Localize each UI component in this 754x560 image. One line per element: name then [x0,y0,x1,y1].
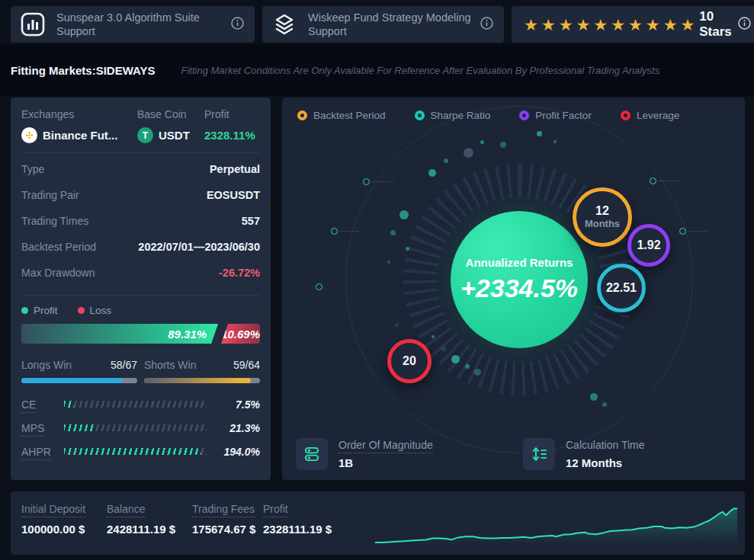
leverage-badge: 20 [387,339,432,383]
decor-node [331,228,338,235]
shorts-win-bar [144,378,260,383]
mps-fill [64,424,94,431]
trading-fees-label[interactable]: Trading Fees [192,503,255,517]
star-icon: ★ [559,17,573,33]
base-coin-label: Base Coin [137,108,204,120]
fitting-markets-title: Fitting Markets:SIDEWAYS [11,64,155,77]
shorts-win-value: 59/64 [233,359,260,371]
profit-loss-bar: 89.31% 10.69% [21,324,260,344]
profit-bar-segment: 89.31% [21,324,218,344]
card-title: Wiskeep Fund Strategy Modeling Support [308,11,480,38]
decor-bubble [390,230,396,235]
layers-icon [271,11,297,37]
divider [21,295,260,296]
initial-deposit-label[interactable]: Initial Deposit [21,503,85,517]
longs-win-bar [21,378,137,383]
decor-node [363,178,370,185]
row-label: Max Drawdown [21,267,95,279]
star-icon: ★ [576,17,590,33]
profit-stat-label[interactable]: Profit [263,503,288,517]
decor-bubble [451,355,460,363]
star-icon: ★ [593,17,608,33]
decor-bubble [395,323,399,327]
decor-bubble [406,247,409,251]
detail-row-trading-times: Trading Times 557 [21,208,260,234]
ce-label[interactable]: CE [21,398,36,413]
legend-leverage[interactable]: Leverage [621,110,679,121]
detail-row-type: Type Perpetual [21,156,260,182]
decor-bubble [602,402,607,407]
metric-mps: MPS 21.3% [21,416,260,440]
decor-bubble [399,210,409,219]
profit-stat-value: 2328111.19 $ [263,523,332,536]
decor-bubble [480,140,484,144]
decor-bubble [537,131,542,136]
fund-strategy-card[interactable]: Wiskeep Fund Strategy Modeling Support [262,6,504,43]
shorts-win-fill [144,378,251,383]
star-rating: ★★★★★★★★★★ [512,17,698,33]
mps-bar [64,424,207,431]
row-label: Backtest Period [21,241,96,253]
profit-loss-legend: Profit Loss [21,305,260,316]
legend-dot-icon [621,110,630,120]
trading-fees-stat: Trading Fees 175674.67 $ [192,502,255,536]
detail-row-backtest-period: Backtest Period 2022/07/01—2023/06/30 [21,234,260,260]
algorithm-suite-card[interactable]: Sunspear 3.0 Algorithm Suite Support [11,6,255,43]
star-icon: ★ [663,17,678,33]
legend-dot-icon [415,110,425,120]
order-of-magnitude: Order Of Magnitude 1B [296,438,433,470]
info-icon[interactable] [231,17,244,33]
shorts-win-label: Shorts Win [144,359,196,371]
longs-win-fill [21,378,122,383]
row-value: Perpetual [210,163,260,175]
star-icon: ★ [628,17,643,33]
row-label: Type [21,163,44,175]
decor-node [679,228,686,235]
rating-label: 10 Stars [699,9,732,40]
row-label: Trading Times [21,215,88,227]
rating-card[interactable]: ★★★★★★★★★★ 10 Stars [512,6,754,43]
balance-label[interactable]: Balance [107,503,146,517]
calculation-time-value: 12 Months [566,456,645,469]
gauge-panel: Backtest Period Sharpe Ratio Profit Fact… [282,98,745,480]
info-icon[interactable] [480,17,493,33]
bar-chart-icon [20,11,46,37]
card-title: Sunspear 3.0 Algorithm Suite Support [56,11,231,38]
balance-value: 2428111.19 $ [107,523,175,536]
longs-win-label: Longs Win [21,359,72,371]
decor-bubble [500,142,506,148]
legend-backtest-period[interactable]: Backtest Period [297,110,386,121]
metric-ce: CE 7.5% [21,392,260,416]
info-icon[interactable] [738,17,751,33]
row-value: 2022/07/01—2023/06/30 [138,241,260,253]
row-label: Trading Pair [21,189,79,201]
ahpr-label[interactable]: AHPR [21,446,51,460]
order-of-magnitude-label[interactable]: Order Of Magnitude [338,439,433,453]
mps-label[interactable]: MPS [21,422,44,437]
row-value: -26.72% [219,267,260,279]
calculation-time: Calculation Time 12 Months [523,438,645,470]
decor-node [650,178,656,184]
exchanges-label: Exchanges [21,108,137,120]
ce-bar [64,401,207,408]
calculation-time-label: Calculation Time [566,439,645,451]
fitting-markets-note: Fitting Market Conditions Are Only Avail… [181,65,659,76]
win-rates: Longs Win 58/67 Shorts Win 59/64 [21,359,260,383]
order-of-magnitude-value: 1B [338,456,433,469]
row-value: 557 [242,215,260,227]
balance-stat: Balance 2428111.19 $ [107,502,175,536]
profit-stat: Profit 2328111.19 $ [263,502,332,536]
exchange-name: Binance Fut... [43,129,117,142]
backtest-period-badge: 12 Months [573,187,632,247]
decor-bubble [553,140,557,143]
decor-bubble [441,346,446,351]
binance-icon [21,127,37,143]
profit-pct: 89.31% [168,328,207,341]
detail-row-max-drawdown: Max Drawdown -26.72% [21,260,260,286]
profit-label: Profit [204,108,260,120]
decor-bubble [464,148,473,158]
backtest-summary-panel: Exchanges Base Coin Profit Binan [11,98,271,480]
decor-bubble [474,369,481,376]
account-summary-bar: Initial Deposit 100000.00 $ Balance 2428… [11,491,745,555]
mps-value: 21.3% [216,422,260,434]
